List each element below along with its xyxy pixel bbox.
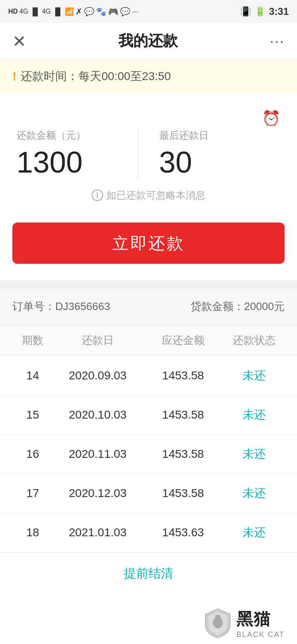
row2-amount: 1453.58 [142, 408, 224, 421]
bottom-logo: 黑猫 BLACK CAT [0, 594, 297, 644]
order-info: 订单号：DJ3656663 贷款金额：20000元 [0, 289, 297, 325]
signal-4g-2: 4G [42, 8, 51, 15]
table-header: 期数 还款日 应还金额 还款状态 [0, 325, 297, 356]
row3-date: 2020.11.03 [53, 447, 143, 461]
due-date-label: 最后还款日 [159, 129, 209, 142]
signal-hd: HD [8, 8, 18, 15]
row5-period: 18 [12, 526, 53, 539]
early-settle-wrap: 提前结清 [0, 552, 297, 594]
row2-status[interactable]: 未还 [224, 407, 285, 423]
row2-period: 15 [12, 408, 53, 421]
row5-date: 2021.01.03 [53, 526, 143, 539]
row4-date: 2020.12.03 [53, 487, 143, 500]
table-row: 16 2020.11.03 1453.58 未还 [0, 435, 297, 474]
due-date-col: 最后还款日 30 [138, 129, 281, 179]
due-date-value: 30 [159, 146, 192, 179]
status-unpaid-5[interactable]: 未还 [243, 526, 266, 539]
status-bar: HD 4G ▐▌ 4G ▐▌ 📶 ✗ 💬 🐾 🎮 💬 ··· 📳 🔋 3:31 [0, 0, 297, 23]
logo-chinese: 黑猫 [236, 608, 271, 630]
wifi-icon: 📶 [65, 7, 74, 16]
info-text: 如已还款可忽略本消息 [106, 189, 205, 202]
row2-date: 2020.10.03 [53, 408, 143, 421]
status-left: HD 4G ▐▌ 4G ▐▌ 📶 ✗ 💬 🐾 🎮 💬 ··· [8, 7, 138, 17]
info-icon: i [92, 189, 103, 201]
row1-period: 14 [12, 369, 53, 382]
table-row: 17 2020.12.03 1453.58 未还 [0, 474, 297, 513]
status-unpaid-1[interactable]: 未还 [243, 369, 266, 382]
row5-status[interactable]: 未还 [224, 525, 285, 540]
early-settle-button[interactable]: 提前结清 [124, 565, 173, 582]
info-text-row: i 如已还款可忽略本消息 [16, 189, 280, 202]
signal-bars: ▐▌ [30, 7, 40, 16]
logo-text-wrap: 黑猫 BLACK CAT [236, 608, 285, 639]
row3-status[interactable]: 未还 [224, 446, 285, 462]
battery-icon: 🔋 [255, 6, 266, 17]
alarm-icon: ⏰ [262, 110, 280, 127]
status-unpaid-2[interactable]: 未还 [243, 408, 266, 421]
message-icon: 💬 [120, 7, 130, 17]
amount-col: 还款金额（元） 1300 [16, 129, 138, 179]
close-button[interactable]: ✕ [12, 32, 26, 51]
table-row: 14 2020.09.03 1453.58 未还 [0, 356, 297, 395]
row3-period: 16 [12, 447, 53, 461]
notice-icon: ! [12, 69, 16, 83]
loan-amount: 贷款金额：20000元 [191, 299, 285, 314]
pay-now-button[interactable]: 立即还款 [12, 223, 285, 264]
time-display: 3:31 [269, 6, 289, 17]
table-row: 15 2020.10.03 1453.58 未还 [0, 395, 297, 435]
row1-date: 2020.09.03 [53, 369, 143, 382]
signal-bars-2: ▐▌ [52, 7, 63, 16]
repay-table: 期数 还款日 应还金额 还款状态 14 2020.09.03 1453.58 未… [0, 325, 297, 552]
vibrate-icon: 📳 [240, 6, 251, 17]
order-no-label: 订单号： [12, 300, 55, 313]
amount-label: 还款金额（元） [16, 129, 86, 142]
row4-period: 17 [12, 487, 53, 500]
section-gap [0, 280, 297, 289]
shield-logo-icon [203, 607, 232, 640]
pay-button-wrap: 立即还款 [0, 223, 297, 280]
call-icon: ✗ [75, 7, 82, 17]
summary-card: ⏰ 还款金额（元） 1300 最后还款日 30 i 如已还款可忽略本消息 [0, 93, 297, 223]
table-row: 18 2021.01.03 1453.63 未还 [0, 513, 297, 552]
status-right: 📳 🔋 3:31 [240, 6, 289, 17]
header-date: 还款日 [53, 333, 143, 348]
header-status: 还款状态 [224, 333, 285, 348]
more-button[interactable]: ··· [270, 33, 285, 50]
loan-amount-label: 贷款金额： [191, 300, 244, 313]
row1-amount: 1453.58 [142, 369, 224, 382]
svg-rect-3 [218, 615, 220, 619]
wechat-icon: 💬 [84, 7, 94, 17]
logo-english: BLACK CAT [236, 630, 285, 639]
row4-status[interactable]: 未还 [224, 485, 285, 501]
amount-value: 1300 [16, 146, 82, 179]
order-no: 订单号：DJ3656663 [12, 299, 110, 314]
notice-banner: ! 还款时间：每天00:00至23:50 [0, 59, 297, 93]
loan-amount-value: 20000元 [244, 300, 285, 313]
row3-amount: 1453.58 [142, 447, 224, 461]
row4-amount: 1453.58 [142, 487, 224, 500]
status-unpaid-4[interactable]: 未还 [243, 487, 266, 500]
svg-rect-2 [215, 615, 217, 619]
header-amount: 应还金额 [142, 333, 224, 348]
page-title: 我的还款 [118, 31, 178, 51]
order-no-value: DJ3656663 [55, 300, 110, 313]
baidu-icon: 🐾 [96, 7, 106, 17]
row5-amount: 1453.63 [142, 526, 224, 539]
status-unpaid-3[interactable]: 未还 [243, 447, 266, 460]
app-icon: 🎮 [108, 7, 118, 17]
row1-status[interactable]: 未还 [224, 368, 285, 384]
header-period: 期数 [12, 333, 53, 348]
signal-4g: 4G [19, 8, 28, 15]
summary-row: 还款金额（元） 1300 最后还款日 30 [16, 129, 280, 179]
nav-bar: ✕ 我的还款 ··· [0, 23, 297, 59]
notice-text: 还款时间：每天00:00至23:50 [21, 69, 171, 84]
dots-icon: ··· [132, 7, 138, 16]
